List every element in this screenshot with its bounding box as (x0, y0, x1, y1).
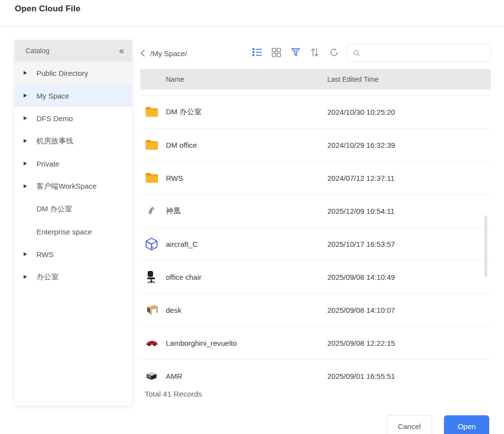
sidebar-item-private[interactable]: Private (15, 152, 132, 175)
sidebar-item-客户端workspace[interactable]: 客户端WorkSpace (15, 175, 132, 198)
file-time: 2025/09/08 12:22:15 (327, 339, 395, 347)
grid-view-icon[interactable] (271, 47, 282, 58)
chevron-left-icon[interactable] (140, 49, 145, 57)
tree-expand-icon[interactable] (24, 162, 27, 166)
list-view-icon[interactable] (252, 47, 262, 58)
sidebar-item-label: DM 办公室 (36, 204, 72, 214)
sidebar-item-label: 办公室 (36, 272, 59, 282)
file-name: aircraft_C (166, 240, 198, 248)
collapse-sidebar-icon[interactable]: « (119, 46, 124, 55)
table-row[interactable]: DM office2024/10/29 16:32:39 (140, 128, 491, 161)
search-icon (353, 49, 360, 57)
catalog-header: Catalog « (15, 40, 132, 62)
file-name: RWS (166, 174, 183, 182)
bird-model-icon (145, 204, 158, 218)
table-row[interactable]: office chair2025/09/08 14:10:49 (140, 260, 491, 293)
file-time: 2024/10/29 16:32:39 (327, 141, 395, 149)
breadcrumb: /My Space/ (140, 47, 187, 59)
list-top-spacer (140, 90, 491, 95)
page-title: Open Cloud File (15, 4, 80, 14)
file-time: 2024/07/12 12:37:11 (327, 174, 395, 182)
table-row[interactable]: AMR2025/09/01 16:55:51 (140, 359, 491, 392)
table-row[interactable]: desk2025/09/08 14:10:07 (140, 293, 491, 326)
file-name: DM 办公室 (166, 107, 202, 117)
file-name: Lamborghini_revuelto (166, 339, 237, 347)
tree-expand-icon[interactable] (24, 116, 27, 120)
file-name: DM office (166, 141, 197, 149)
folder-icon (145, 138, 158, 152)
sidebar-item-dm-办公室[interactable]: DM 办公室 (15, 198, 132, 220)
car-model-icon (145, 336, 158, 350)
refresh-icon[interactable] (328, 47, 339, 58)
tree-expand-icon[interactable] (24, 139, 27, 143)
sidebar-item-my-space[interactable]: My Space (15, 84, 132, 107)
table-row[interactable]: aircraft_C2025/10/17 16:53:57 (140, 227, 491, 260)
sidebar-item-label: Public Directory (36, 69, 88, 77)
sidebar-item-办公室[interactable]: 办公室 (15, 266, 132, 288)
file-time: 2025/09/08 14:10:07 (327, 306, 395, 314)
sidebar-item-label: My Space (36, 92, 69, 100)
sidebar-item-label: RWS (36, 250, 54, 259)
sidebar-item-public-directory[interactable]: Public Directory (15, 62, 132, 84)
sidebar-item-label: 机房故事线 (36, 136, 73, 146)
table-row[interactable]: 神凰2025/12/09 10:54:11 (140, 194, 491, 227)
tree-expand-icon[interactable] (24, 71, 27, 75)
file-time: 2025/12/09 10:54:11 (327, 207, 395, 215)
table-header: Name Last Edited Time (140, 69, 491, 90)
search-input[interactable] (364, 44, 490, 62)
catalog-label: Catalog (26, 47, 49, 55)
cube-model-icon (145, 237, 158, 251)
tree-expand-icon[interactable] (24, 275, 27, 279)
tree-expand-icon[interactable] (24, 94, 27, 98)
tree-expand-icon[interactable] (24, 184, 27, 188)
column-header-name: Name (166, 75, 184, 83)
sidebar-item-label: Private (36, 160, 60, 168)
view-toolbar (252, 47, 339, 58)
table-row[interactable]: DM 办公室2024/10/30 10:25:20 (140, 95, 491, 128)
file-name: AMR (166, 372, 182, 380)
search-box[interactable] (347, 44, 491, 62)
desk-model-icon (145, 303, 158, 317)
total-records-label: Total 41 Records (145, 390, 202, 399)
tree-expand-icon[interactable] (24, 252, 27, 256)
catalog-sidebar: Catalog « Public DirectoryMy SpaceDFS De… (15, 40, 132, 405)
file-time: 2025/10/17 16:53:57 (327, 240, 395, 248)
folder-icon (145, 105, 158, 119)
column-header-time: Last Edited Time (327, 75, 378, 83)
sidebar-item-dfs-demo[interactable]: DFS Demo (15, 107, 132, 130)
scrollbar-thumb[interactable] (484, 215, 487, 277)
file-time: 2024/10/30 10:25:20 (327, 108, 395, 116)
filter-icon[interactable] (290, 47, 301, 58)
title-divider (0, 26, 504, 27)
sidebar-item-label: Enterprise space (36, 228, 92, 236)
file-list: DM 办公室2024/10/30 10:25:20 DM office2024/… (140, 90, 491, 392)
sort-icon[interactable] (309, 47, 320, 58)
table-row[interactable]: RWS2024/07/12 12:37:11 (140, 161, 491, 194)
file-time: 2025/09/01 16:55:51 (327, 372, 395, 380)
file-name: desk (166, 306, 182, 314)
sidebar-item-机房故事线[interactable]: 机房故事线 (15, 130, 132, 152)
sidebar-item-label: DFS Demo (36, 114, 73, 123)
file-name: 神凰 (166, 206, 181, 216)
table-row[interactable]: Lamborghini_revuelto2025/09/08 12:22:15 (140, 326, 491, 359)
sidebar-item-enterprise-space[interactable]: Enterprise space (15, 220, 132, 243)
file-time: 2025/09/08 14:10:49 (327, 273, 395, 281)
breadcrumb-path: /My Space/ (150, 49, 187, 58)
catalog-tree: Public DirectoryMy SpaceDFS Demo机房故事线Pri… (15, 62, 132, 288)
folder-icon (145, 171, 158, 185)
open-button[interactable]: Open (444, 415, 489, 434)
robot-model-icon (145, 369, 158, 383)
sidebar-item-rws[interactable]: RWS (15, 243, 132, 266)
chair-model-icon (145, 270, 158, 284)
sidebar-item-label: 客户端WorkSpace (36, 182, 96, 191)
file-name: office chair (166, 273, 201, 281)
cancel-button[interactable]: Cancel (386, 415, 432, 434)
